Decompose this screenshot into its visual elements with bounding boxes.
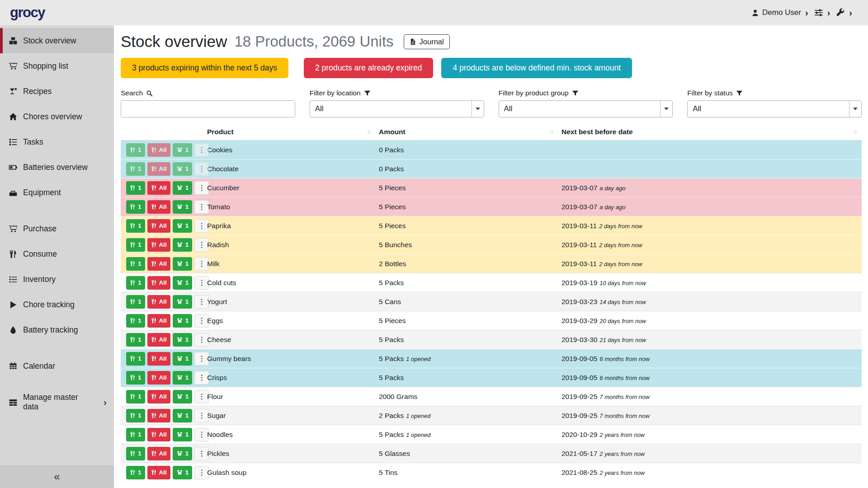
- consume-all-button[interactable]: All: [147, 333, 170, 347]
- consume-all-button[interactable]: All: [147, 200, 170, 214]
- consume-one-button[interactable]: 1: [126, 219, 145, 233]
- consume-all-button[interactable]: All: [147, 257, 170, 271]
- open-one-button[interactable]: 1: [173, 162, 193, 176]
- consume-one-button[interactable]: 1: [126, 314, 145, 328]
- open-one-button[interactable]: 1: [173, 219, 193, 233]
- best-before-cell: 2019-03-1910 days from now: [558, 273, 862, 292]
- product-column-header[interactable]: Product ↑↓: [203, 124, 375, 141]
- consume-one-button[interactable]: 1: [126, 143, 145, 157]
- sort-icon: ↑↓: [367, 128, 372, 135]
- product-name: Noodles: [203, 425, 375, 444]
- product-name: Cucumber: [203, 178, 375, 197]
- open-one-button[interactable]: 1: [173, 428, 193, 441]
- open-one-button[interactable]: 1: [173, 314, 193, 328]
- sidebar-item-consume[interactable]: Consume: [0, 241, 114, 267]
- consume-one-button[interactable]: 1: [126, 257, 145, 271]
- settings-menu[interactable]: [814, 8, 823, 17]
- row-menu-button[interactable]: ⋮: [194, 162, 209, 176]
- open-one-button[interactable]: 1: [173, 257, 193, 271]
- utensils-icon: [130, 261, 136, 267]
- open-one-button[interactable]: 1: [173, 276, 193, 290]
- filter-product-group-select[interactable]: All: [499, 100, 673, 117]
- consume-one-button[interactable]: 1: [126, 428, 145, 441]
- open-one-button[interactable]: 1: [173, 447, 193, 460]
- open-one-button[interactable]: 1: [173, 466, 193, 479]
- grocy-logo[interactable]: grocy: [10, 5, 45, 21]
- utensils-icon: [151, 356, 157, 361]
- open-one-button[interactable]: 1: [173, 390, 193, 404]
- sidebar-item-chores-overview[interactable]: Chores overview: [0, 104, 114, 129]
- open-one-button[interactable]: 1: [173, 409, 193, 422]
- consume-all-button[interactable]: All: [147, 276, 170, 290]
- open-one-button[interactable]: 1: [173, 181, 193, 195]
- open-one-button[interactable]: 1: [173, 200, 193, 214]
- sidebar-item-recipes[interactable]: Recipes: [0, 79, 114, 104]
- sidebar-item-chore-tracking[interactable]: Chore tracking: [0, 292, 114, 317]
- journal-button[interactable]: Journal: [404, 34, 450, 49]
- consume-one-button[interactable]: 1: [126, 371, 145, 385]
- consume-all-button[interactable]: All: [147, 181, 170, 195]
- product-name: Radish: [203, 235, 375, 254]
- open-one-button[interactable]: 1: [173, 352, 193, 366]
- consume-one-button[interactable]: 1: [126, 200, 145, 214]
- consume-one-button[interactable]: 1: [126, 466, 145, 479]
- sidebar-item-battery-tracking[interactable]: Battery tracking: [0, 317, 114, 343]
- open-one-button[interactable]: 1: [173, 295, 193, 309]
- consume-one-button[interactable]: 1: [126, 409, 145, 422]
- consume-all-button[interactable]: All: [147, 390, 170, 404]
- product-name: Cookies: [203, 141, 375, 160]
- filter-location-label: Filter by location: [310, 89, 484, 97]
- sidebar-item-shopping-list[interactable]: Shopping list: [0, 53, 114, 79]
- table-row: 1 All 1 ⋮: [121, 273, 862, 292]
- consume-all-button[interactable]: All: [147, 219, 170, 233]
- consume-all-button[interactable]: All: [147, 295, 170, 309]
- consume-one-button[interactable]: 1: [126, 276, 145, 290]
- admin-menu[interactable]: [836, 8, 845, 17]
- open-one-button[interactable]: 1: [173, 333, 193, 347]
- consume-one-button[interactable]: 1: [126, 390, 145, 404]
- consume-all-button[interactable]: All: [147, 143, 170, 157]
- open-one-button[interactable]: 1: [173, 238, 193, 252]
- sidebar-item-manage-master-data[interactable]: Manage master data ›: [0, 389, 114, 415]
- status-alert-button[interactable]: 4 products are below defined min. stock …: [441, 58, 632, 78]
- consume-one-button[interactable]: 1: [126, 352, 145, 366]
- consume-one-button[interactable]: 1: [126, 295, 145, 309]
- consume-all-button[interactable]: All: [147, 352, 170, 366]
- open-one-button[interactable]: 1: [173, 371, 193, 385]
- consume-all-button[interactable]: All: [147, 409, 170, 422]
- sidebar-collapse-button[interactable]: «: [0, 465, 114, 488]
- sidebar-item-batteries-overview[interactable]: Batteries overview: [0, 155, 114, 180]
- sidebar-item-inventory[interactable]: Inventory: [0, 267, 114, 292]
- search-input[interactable]: [121, 101, 295, 117]
- filter-status-select[interactable]: All: [687, 100, 862, 117]
- sidebar-item-equipment[interactable]: Equipment: [0, 180, 114, 205]
- consume-all-button[interactable]: All: [147, 162, 170, 176]
- row-menu-button[interactable]: ⋮: [194, 143, 209, 157]
- consume-one-button[interactable]: 1: [126, 181, 145, 195]
- consume-one-button[interactable]: 1: [126, 447, 145, 460]
- date-column-header[interactable]: Next best before date ↑↓: [558, 124, 862, 141]
- consume-one-button[interactable]: 1: [126, 333, 145, 347]
- status-alert-button[interactable]: 2 products are already expired: [304, 58, 433, 78]
- consume-all-button[interactable]: All: [147, 314, 170, 328]
- user-menu[interactable]: Demo User: [751, 8, 801, 17]
- ellipsis-v-icon: ⋮: [198, 297, 205, 306]
- sidebar-item-stock-overview[interactable]: Stock overview: [0, 28, 114, 53]
- open-one-button[interactable]: 1: [173, 143, 193, 157]
- consume-all-button[interactable]: All: [147, 238, 170, 252]
- consume-all-button[interactable]: All: [147, 447, 170, 460]
- sidebar-item-purchase[interactable]: Purchase: [0, 216, 114, 241]
- consume-all-button[interactable]: All: [147, 466, 170, 479]
- play-icon: [9, 300, 18, 309]
- status-alert-button[interactable]: 3 products expiring within the next 5 da…: [121, 58, 288, 78]
- product-name: Paprika: [203, 216, 375, 235]
- sidebar-item-calendar[interactable]: Calendar: [0, 353, 114, 379]
- consume-one-button[interactable]: 1: [126, 162, 145, 176]
- consume-all-button[interactable]: All: [147, 371, 170, 385]
- sidebar-item-tasks[interactable]: Tasks: [0, 129, 114, 155]
- filter-icon: [736, 90, 743, 97]
- amount-column-header[interactable]: Amount ↑↓: [375, 124, 558, 141]
- consume-all-button[interactable]: All: [147, 428, 170, 441]
- consume-one-button[interactable]: 1: [126, 238, 145, 252]
- filter-location-select[interactable]: All: [310, 100, 484, 117]
